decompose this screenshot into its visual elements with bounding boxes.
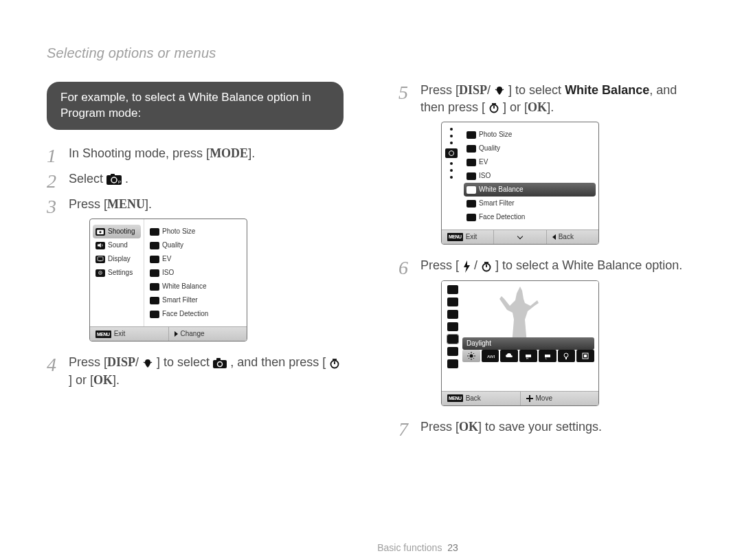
menu-item-white-balance-selected: White Balance [464, 183, 596, 197]
side-icon [447, 347, 458, 356]
svg-marker-20 [464, 260, 470, 273]
svg-rect-1 [111, 174, 115, 176]
svg-rect-8 [99, 261, 101, 262]
program-mode-icon: P [106, 174, 122, 185]
menu-options: Photo Size Quality EV ISO White Balance … [461, 122, 598, 229]
screen-footer: MENUExit Back [442, 229, 598, 244]
gear-icon [95, 269, 105, 277]
ok-button-label: OK [528, 100, 547, 114]
svg-point-10 [100, 273, 101, 274]
side-icon-column [446, 285, 460, 370]
menu-button-label: MENU [107, 197, 145, 211]
flash-icon [462, 260, 471, 273]
svg-rect-7 [98, 257, 103, 261]
rail-dot-icon [450, 169, 453, 172]
menu-screen-2: Photo Size Quality EV ISO White Balance … [441, 122, 599, 245]
svg-text:H: H [526, 357, 528, 360]
svg-line-32 [473, 353, 474, 354]
camera-icon [445, 148, 458, 158]
side-icon [447, 359, 458, 368]
screen-footer: MENUExit Change [90, 326, 247, 341]
menu-item-shooting: Shooting [93, 225, 141, 238]
photo-size-icon [466, 131, 476, 139]
timer-icon [329, 358, 340, 369]
wb-option-strip: AWB H L [462, 350, 594, 362]
wb-fluorescent-h-icon: H [519, 350, 537, 362]
timer-icon [481, 261, 492, 272]
rail-dot-icon [450, 142, 453, 144]
camera-icon [213, 358, 227, 368]
wb-fluorescent-l-icon: L [539, 350, 556, 362]
macro-icon [494, 85, 505, 96]
content-columns: For example, to select a White Balance o… [47, 82, 695, 444]
speaker-icon [95, 242, 105, 249]
step-6: Press [ / ] to select a White Balance op… [398, 257, 695, 405]
svg-point-24 [469, 354, 473, 357]
macro-icon [142, 358, 153, 369]
svg-rect-39 [565, 357, 567, 359]
camera-icon [95, 228, 105, 236]
side-icon [447, 285, 458, 294]
disp-button-label: DISP [459, 83, 487, 97]
footer-section: Basic functions [377, 542, 442, 553]
awb-icon [150, 283, 159, 291]
menu-screen-1: Shooting Sound Display Settings Photo Si… [89, 219, 247, 341]
side-icon [447, 298, 458, 306]
display-icon [95, 256, 105, 263]
smart-filter-icon [466, 200, 476, 208]
ev-icon [150, 256, 159, 263]
svg-rect-41 [584, 355, 587, 357]
step-3: Press [MENU]. Shooting Sound Display Set… [47, 196, 344, 341]
right-column: Press [DISP/ ] to select White Balance, … [398, 82, 695, 444]
page-footer: Basic functions 23 [47, 542, 742, 560]
side-icon-selected [447, 335, 458, 344]
left-column: For example, to select a White Balance o… [47, 82, 344, 444]
menu-chip-icon: MENU [447, 394, 463, 403]
menu-item-display: Display [90, 252, 144, 266]
svg-point-38 [564, 353, 568, 357]
step-4: Press [DISP/ ] to select , and then pres… [47, 354, 344, 388]
wb-tungsten-icon [558, 350, 576, 362]
left-arrow-icon [552, 234, 556, 240]
category-rail [442, 122, 461, 229]
rail-dot-icon [450, 176, 453, 179]
screen-footer: MENUBack Move [442, 391, 598, 405]
step-2: Select P . [47, 170, 344, 188]
smart-filter-icon [150, 297, 159, 304]
svg-text:AWB: AWB [487, 355, 495, 359]
ev-icon [466, 159, 476, 166]
page-section-title: Selecting options or menus [47, 45, 695, 61]
quality-icon [466, 145, 476, 153]
face-detection-icon [150, 311, 159, 318]
menu-item-sound: Sound [90, 238, 144, 252]
wb-selection-screen: Daylight AWB H L MENUBack [441, 280, 599, 406]
step-7: Press [OK] to save your settings. [398, 418, 695, 436]
step-5: Press [DISP/ ] to select White Balance, … [398, 82, 695, 245]
menu-options: Photo Size Quality EV ISO White Balance … [144, 219, 247, 326]
step-1: In Shooting mode, press [MODE]. [47, 145, 344, 162]
svg-line-29 [469, 353, 469, 354]
wb-daylight-icon [462, 350, 480, 362]
svg-text:P: P [118, 180, 121, 184]
chevron-down-icon [517, 234, 523, 239]
menu-chip-icon: MENU [447, 233, 463, 241]
awb-icon [466, 186, 476, 194]
steps-list-right: Press [DISP/ ] to select White Balance, … [398, 82, 695, 436]
rail-dot-icon [450, 135, 453, 137]
photo-size-icon [150, 228, 159, 236]
side-icon [447, 322, 458, 331]
example-callout: For example, to select a White Balance o… [47, 82, 344, 130]
move-icon [526, 395, 533, 402]
page-number: 23 [447, 542, 458, 553]
mode-button-label: MODE [210, 146, 248, 160]
disp-button-label: DISP [107, 355, 135, 369]
svg-line-31 [469, 358, 469, 359]
svg-marker-6 [98, 243, 101, 247]
svg-point-5 [99, 232, 101, 234]
iso-icon [466, 172, 476, 180]
white-balance-bold: White Balance [565, 83, 649, 97]
ok-button-label: OK [459, 420, 478, 434]
quality-icon [150, 242, 159, 249]
ok-button-label: OK [93, 373, 113, 387]
menu-chip-icon: MENU [95, 331, 111, 339]
